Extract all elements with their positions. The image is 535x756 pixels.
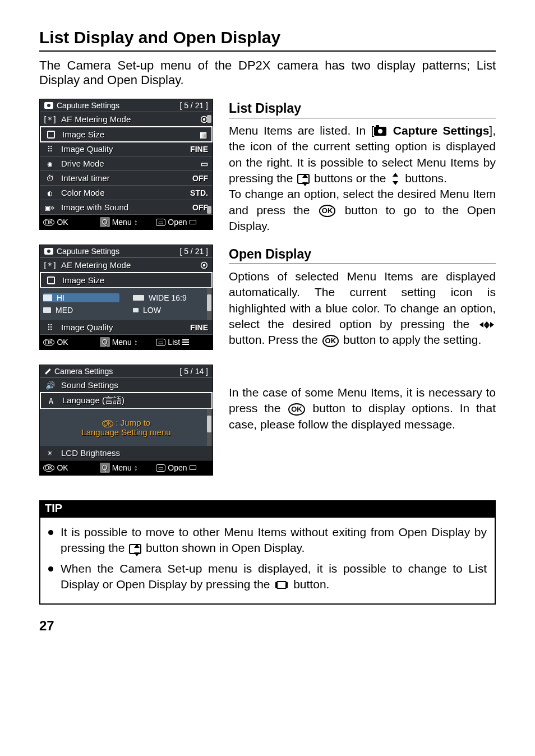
size-icon: [43, 307, 51, 313]
row-val: STD.: [181, 188, 208, 197]
row-label: Image Size: [62, 130, 174, 139]
qs-icon: Q: [100, 217, 110, 227]
jump-body: In the case of some Menu Items, it is ne…: [229, 385, 496, 432]
footer-menu: Menu: [112, 218, 132, 227]
ok-icon: OK: [43, 464, 54, 472]
intro-text: The Camera Set-up menu of the DP2X camer…: [39, 58, 496, 87]
row-label: Interval timer: [61, 173, 176, 183]
open-display-heading: Open Display: [229, 245, 496, 264]
option-label: MED: [56, 306, 73, 315]
ok-icon: OK: [322, 335, 339, 347]
list-display-heading: List Display: [229, 99, 496, 118]
ok-icon: OK: [43, 339, 54, 346]
ok-icon: OK: [319, 205, 336, 217]
camera-icon: [44, 248, 53, 255]
row-val: FINE: [181, 323, 208, 332]
scrollbar: [207, 288, 211, 320]
option-label: LOW: [143, 306, 161, 315]
open-display-body: Options of selected Menu Items are displ…: [229, 269, 496, 348]
footer-ok: OK: [57, 338, 68, 347]
size-icon: [43, 294, 52, 301]
row-val: ⦿: [181, 115, 208, 124]
qs-icon: Q: [100, 463, 110, 473]
footer-open: Open: [168, 218, 187, 227]
footer-ok: OK: [57, 463, 68, 472]
footer-menu: Menu: [112, 338, 132, 347]
page-number: 27: [39, 618, 496, 634]
ok-icon: OK: [102, 420, 113, 427]
updown-icon: [391, 173, 400, 185]
scrollbar: [207, 409, 211, 446]
tip-item: When the Camera Set-up menu is displayed…: [48, 561, 487, 593]
row-label: Language (言語): [62, 395, 207, 406]
row-val: OFF: [181, 174, 208, 183]
page-title: List Display and Open Display: [39, 28, 496, 52]
row-label: AE Metering Mode: [61, 114, 176, 124]
screen-open-display: Caputure Settings [ 5 / 21 ] [*]AE Meter…: [39, 245, 213, 350]
jump-line2: Language Setting menu: [81, 427, 170, 437]
nav-icon: [479, 321, 494, 329]
screen3-pager: [ 5 / 14 ]: [179, 367, 208, 376]
jump-line1: : Jump to: [116, 418, 150, 427]
screen3-title: Camera Settings: [54, 367, 113, 376]
screen1-pager: [ 5 / 21 ]: [179, 101, 208, 110]
row-label: Color Mode: [61, 188, 176, 197]
option-label: HI: [57, 293, 64, 302]
footer-menu: Menu: [112, 463, 132, 472]
size-icon: [133, 308, 139, 312]
footer-open: Open: [168, 463, 187, 472]
row-val: OFF: [181, 203, 208, 212]
updown-boxed-icon: [297, 174, 310, 184]
tip-body: It is possible to move to other Menu Ite…: [39, 517, 496, 605]
footer-list: List: [168, 338, 180, 347]
row-label: AE Metering Mode: [61, 260, 176, 270]
camera-icon: [44, 102, 53, 109]
size-icon: [133, 295, 144, 301]
disp-icon: ▭: [156, 339, 165, 346]
screen-list-display: Caputure Settings [ 5 / 21 ] [*]AE Meter…: [39, 99, 213, 230]
qs-icon: Q: [100, 337, 110, 347]
row-label: Sound Settings: [61, 380, 208, 390]
screen-camera-settings: Camera Settings [ 5 / 14 ] 🔊Sound Settin…: [39, 365, 213, 476]
screen1-title: Caputure Settings: [57, 101, 119, 110]
scroll-down-arrow: [207, 206, 211, 214]
screen2-title: Caputure Settings: [57, 247, 119, 256]
option-label: WIDE 16:9: [149, 293, 187, 302]
row-val: ▭: [181, 159, 208, 168]
row-label: Image with Sound: [61, 202, 176, 212]
disp-icon: ▭: [156, 464, 165, 472]
row-label: Image Quality: [61, 322, 176, 332]
footer-ok: OK: [57, 218, 68, 227]
row-label: LCD Brightness: [61, 448, 208, 458]
tip-heading: TIP: [39, 500, 496, 517]
wrench-icon: [43, 367, 53, 376]
scroll-up-arrow: [207, 115, 211, 123]
row-val: ▦: [180, 130, 207, 139]
row-label: Drive Mode: [61, 159, 176, 168]
row-label: Image Quality: [61, 144, 176, 154]
disp-icon: ▭: [156, 219, 165, 226]
updown-boxed-icon: [129, 544, 141, 554]
row-val: ⦿: [181, 261, 208, 270]
camera-icon: [374, 127, 386, 136]
tip-item: It is possible to move to other Menu Ite…: [48, 524, 487, 556]
screen2-pager: [ 5 / 21 ]: [179, 247, 208, 256]
row-val: FINE: [181, 145, 208, 154]
display-button-icon: [276, 581, 287, 589]
row-label: Image Size: [62, 275, 207, 285]
list-display-body: Menu Items are listed. In [ Capture Sett…: [229, 123, 496, 234]
ok-icon: OK: [288, 403, 305, 416]
ok-icon: OK: [43, 219, 54, 226]
